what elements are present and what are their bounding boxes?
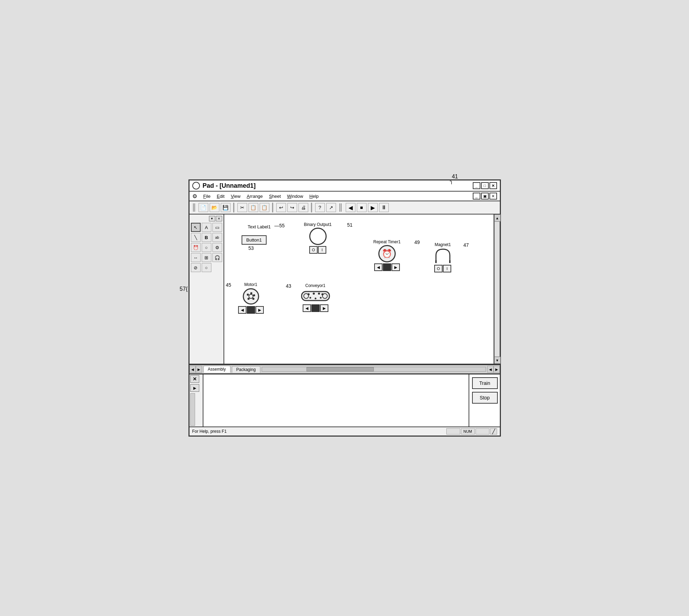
- tool-robot[interactable]: ↔: [191, 253, 201, 262]
- menu-minimize[interactable]: _: [473, 193, 480, 200]
- tab-next-button[interactable]: ▶: [196, 366, 202, 373]
- motor1-controls: ◀ ▶: [238, 306, 264, 314]
- tab-scroll-thumb: [306, 367, 373, 371]
- conveyor-play-button[interactable]: ▶: [320, 304, 328, 312]
- menu-close[interactable]: ✕: [489, 193, 497, 200]
- scroll-down-button[interactable]: ▼: [494, 357, 501, 364]
- repeat-timer1-container: Repeat Timer1 49 ⏰ ◀ ▶: [373, 239, 401, 271]
- settings-icon[interactable]: ⚙: [192, 193, 197, 200]
- toolbox-close[interactable]: ✕: [216, 216, 222, 221]
- binary-off-button[interactable]: O: [309, 246, 318, 254]
- toolbar-sep-2: [272, 203, 274, 212]
- play-button[interactable]: ▶: [368, 203, 378, 212]
- menu-restore[interactable]: ▣: [481, 193, 489, 200]
- menu-view[interactable]: View: [231, 194, 241, 199]
- stop-media-button[interactable]: ■: [357, 203, 367, 212]
- menu-edit[interactable]: Edit: [217, 194, 224, 199]
- tab-prev-button[interactable]: ◀: [190, 366, 196, 373]
- open-button[interactable]: 📂: [210, 203, 219, 212]
- magnet-on-button[interactable]: I: [443, 265, 451, 272]
- toolbox: 57{ ▼ ✕ ↖ A ▭ ╲ B ab ⏰ ○ ⚙ ↔ ⊞ 🎧 ⊘ ○: [190, 214, 224, 364]
- pointer-button[interactable]: ↗: [326, 203, 336, 212]
- bottom-close-button[interactable]: ✕: [190, 375, 199, 383]
- svg-point-2: [243, 289, 259, 304]
- menu-arrange[interactable]: Arrange: [247, 194, 263, 199]
- cut-button[interactable]: ✂: [237, 203, 247, 212]
- menu-help[interactable]: Help: [309, 194, 319, 199]
- conveyor-rewind-button[interactable]: ◀: [303, 304, 311, 312]
- bottom-play-button[interactable]: ▶: [190, 384, 199, 392]
- tab-packaging[interactable]: Packaging: [232, 366, 260, 373]
- toolbar-grip-1: [193, 203, 196, 212]
- tab-assembly[interactable]: Assembly: [203, 366, 230, 373]
- ref-51: 51: [347, 222, 353, 228]
- tab-scroll-right[interactable]: ▶: [494, 366, 500, 373]
- bottom-vert-scrollbar[interactable]: [190, 393, 195, 426]
- tool-crane[interactable]: ⚙: [212, 243, 222, 252]
- scroll-up-button[interactable]: ▲: [494, 214, 501, 221]
- menu-sheet[interactable]: Sheet: [269, 194, 281, 199]
- tab-scrollbar[interactable]: [262, 367, 486, 372]
- bottom-panel: ✕ ▶ Train Stop: [190, 373, 500, 427]
- ref-53: 53: [249, 245, 254, 251]
- rewind-button[interactable]: ◀: [346, 203, 355, 212]
- motor1-label: Motor1: [244, 282, 257, 287]
- timer-stop-button[interactable]: [383, 263, 391, 271]
- pause-button[interactable]: ⏸: [379, 203, 389, 212]
- toolbar-sep-1: [233, 203, 235, 212]
- tool-diagonal[interactable]: ⊘: [191, 263, 201, 272]
- timer-play-button[interactable]: ▶: [392, 263, 400, 271]
- tool-abtext[interactable]: ab: [212, 233, 222, 242]
- tool-circle[interactable]: ○: [202, 243, 211, 252]
- menu-bar-controls: _ ▣ ✕: [473, 193, 497, 200]
- svg-point-12: [308, 293, 310, 295]
- help-button[interactable]: ?: [315, 203, 325, 212]
- tool-hierarchy[interactable]: ⊞: [202, 253, 211, 262]
- timer-rewind-button[interactable]: ◀: [374, 263, 383, 271]
- binary-on-button[interactable]: I: [318, 246, 326, 254]
- copy-button[interactable]: 📋: [249, 203, 258, 212]
- maximize-button[interactable]: □: [481, 182, 489, 189]
- repeat-timer1-label: Repeat Timer1: [373, 239, 401, 244]
- conveyor-stop-button[interactable]: [311, 304, 320, 312]
- tool-line[interactable]: ╲: [191, 233, 201, 242]
- svg-point-14: [318, 293, 320, 295]
- new-button[interactable]: 📄: [199, 203, 208, 212]
- window-title: Pad - [Unnamed1]: [203, 182, 256, 189]
- magnet1-icon: [432, 248, 453, 264]
- tool-select[interactable]: ↖: [191, 223, 201, 232]
- motor-rewind-button[interactable]: ◀: [238, 306, 246, 314]
- ref-47: 47: [463, 242, 469, 248]
- bottom-text-area[interactable]: [203, 374, 469, 427]
- menu-window[interactable]: Window: [287, 194, 303, 199]
- svg-point-18: [320, 297, 321, 299]
- toolbox-dropdown[interactable]: ▼: [209, 216, 215, 221]
- tab-scroll-left[interactable]: ◀: [487, 366, 494, 373]
- undo-button[interactable]: ↩: [276, 203, 286, 212]
- button1[interactable]: Button1: [242, 235, 267, 245]
- tool-rect[interactable]: ▭: [212, 223, 222, 232]
- tool-clock[interactable]: ⏰: [191, 243, 201, 252]
- tool-text[interactable]: A: [202, 223, 211, 232]
- bottom-action-buttons: Train Stop: [469, 374, 500, 427]
- print-button[interactable]: 🖨: [299, 203, 308, 212]
- motor1-icon: [241, 288, 261, 305]
- tool-btext[interactable]: B: [202, 233, 211, 242]
- binary-output1-container: Binary Output1 51 O I: [304, 222, 332, 254]
- stop-button[interactable]: Stop: [472, 392, 498, 404]
- drawing-canvas[interactable]: Text Label1 —55 Button1 53 Binary Output…: [224, 214, 494, 364]
- tool-audio[interactable]: 🎧: [212, 253, 222, 262]
- repeat-timer1-icon: ⏰: [378, 245, 396, 262]
- magnet-off-button[interactable]: O: [434, 265, 443, 272]
- tool-bulb[interactable]: ○: [202, 263, 211, 272]
- minimize-button[interactable]: _: [473, 182, 480, 189]
- redo-button[interactable]: ↪: [287, 203, 297, 212]
- motor-stop-button[interactable]: [247, 306, 255, 314]
- save-button[interactable]: 💾: [221, 203, 230, 212]
- close-button[interactable]: ✕: [489, 182, 497, 189]
- menu-file[interactable]: File: [203, 194, 211, 199]
- motor-play-button[interactable]: ▶: [255, 306, 264, 314]
- train-button[interactable]: Train: [472, 377, 498, 389]
- scroll-track[interactable]: [494, 221, 500, 357]
- paste-button[interactable]: 📋: [260, 203, 269, 212]
